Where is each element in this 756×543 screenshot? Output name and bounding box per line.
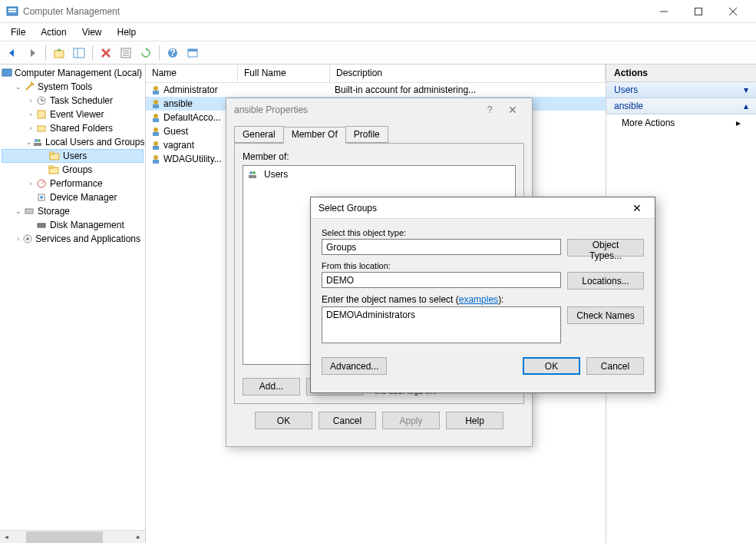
member-of-label: Member of: bbox=[243, 151, 516, 162]
show-hide-tree-button[interactable] bbox=[70, 44, 88, 62]
check-names-button[interactable]: Check Names bbox=[567, 306, 644, 324]
properties-button[interactable] bbox=[117, 44, 135, 62]
more-actions[interactable]: More Actions ▸ bbox=[606, 114, 756, 131]
window-title: Computer Management bbox=[23, 6, 646, 17]
tree-performance[interactable]: › Performance bbox=[2, 177, 144, 190]
props-ok-button[interactable]: OK bbox=[255, 412, 312, 429]
user-description: Built-in account for administering... bbox=[330, 84, 606, 95]
examples-link[interactable]: examples bbox=[459, 294, 498, 305]
svg-point-54 bbox=[253, 171, 256, 174]
props-close-button[interactable]: ✕ bbox=[501, 104, 524, 116]
svg-rect-44 bbox=[153, 104, 159, 108]
tree-groups[interactable]: Groups bbox=[2, 163, 144, 177]
svg-point-27 bbox=[38, 139, 41, 142]
menu-action[interactable]: Action bbox=[33, 25, 74, 40]
locations-button[interactable]: Locations... bbox=[567, 272, 644, 290]
collapse-icon[interactable]: ⌄ bbox=[26, 138, 32, 146]
expand-icon[interactable]: › bbox=[26, 124, 35, 132]
tree-scrollbar[interactable]: ◄ ► bbox=[0, 530, 145, 543]
location-input[interactable] bbox=[322, 272, 561, 288]
select-close-button[interactable]: ✕ bbox=[627, 202, 647, 214]
back-button[interactable] bbox=[3, 44, 21, 62]
actions-section-ansible[interactable]: ansible ▴ bbox=[606, 98, 756, 114]
user-row[interactable]: AdministratorBuilt-in account for admini… bbox=[146, 83, 606, 97]
chevron-up-icon: ▴ bbox=[744, 101, 748, 111]
svg-rect-38 bbox=[38, 223, 45, 227]
forward-button[interactable] bbox=[23, 44, 41, 62]
toolbar: ? bbox=[0, 41, 756, 65]
col-fullname[interactable]: Full Name bbox=[238, 65, 330, 82]
tree-device-manager[interactable]: Device Manager bbox=[2, 190, 144, 204]
tree-services-apps[interactable]: › Services and Applications bbox=[2, 232, 144, 246]
maximize-button[interactable] bbox=[681, 1, 715, 22]
collapse-icon[interactable]: ⌄ bbox=[14, 83, 23, 91]
export-button[interactable] bbox=[183, 44, 202, 62]
tree-panel: Computer Management (Local) ⌄ System Too… bbox=[0, 65, 146, 543]
tools-icon bbox=[23, 81, 35, 93]
col-description[interactable]: Description bbox=[330, 65, 606, 82]
svg-rect-42 bbox=[153, 91, 159, 94]
props-cancel-button[interactable]: Cancel bbox=[319, 412, 376, 429]
select-cancel-button[interactable]: Cancel bbox=[586, 357, 644, 375]
tree-root[interactable]: Computer Management (Local) bbox=[2, 66, 144, 80]
expand-icon[interactable]: › bbox=[14, 235, 22, 243]
svg-point-49 bbox=[154, 141, 158, 146]
menu-view[interactable]: View bbox=[74, 25, 110, 40]
svg-rect-46 bbox=[153, 118, 159, 122]
advanced-button[interactable]: Advanced... bbox=[322, 357, 387, 375]
svg-text:?: ? bbox=[170, 48, 175, 58]
event-icon bbox=[35, 108, 48, 121]
tab-general[interactable]: General bbox=[234, 126, 284, 143]
object-types-button[interactable]: Object Types... bbox=[567, 239, 644, 257]
props-help-button[interactable]: Help bbox=[446, 412, 503, 429]
svg-rect-24 bbox=[38, 111, 45, 118]
menu-file[interactable]: File bbox=[3, 25, 33, 40]
menubar: File Action View Help bbox=[0, 23, 756, 41]
svg-point-36 bbox=[40, 196, 43, 199]
member-item-users[interactable]: Users bbox=[245, 167, 513, 181]
props-apply-button[interactable]: Apply bbox=[382, 412, 440, 429]
titlebar: Computer Management bbox=[0, 0, 756, 23]
col-name[interactable]: Name bbox=[146, 65, 238, 82]
tree-event-viewer[interactable]: › Event Viewer bbox=[2, 108, 144, 121]
folder-icon bbox=[48, 164, 60, 176]
tab-profile[interactable]: Profile bbox=[345, 126, 388, 143]
collapse-icon[interactable]: ⌄ bbox=[14, 207, 23, 215]
location-label: From this location: bbox=[322, 261, 644, 270]
help-button[interactable]: ? bbox=[163, 44, 182, 62]
object-names-input[interactable]: DEMO\Administrators bbox=[322, 306, 561, 343]
refresh-button[interactable] bbox=[137, 44, 155, 62]
expand-icon[interactable]: › bbox=[26, 97, 35, 104]
expand-icon[interactable]: › bbox=[26, 180, 35, 187]
tree-storage[interactable]: ⌄ Storage bbox=[2, 204, 144, 218]
select-ok-button[interactable]: OK bbox=[523, 357, 580, 375]
tree-system-tools[interactable]: ⌄ System Tools bbox=[2, 80, 144, 94]
svg-point-47 bbox=[154, 127, 158, 132]
disk-icon bbox=[35, 219, 48, 231]
svg-rect-2 bbox=[8, 11, 16, 12]
user-icon bbox=[150, 112, 161, 123]
tree-users[interactable]: Users bbox=[2, 149, 144, 163]
props-help-button[interactable]: ? bbox=[478, 104, 501, 115]
svg-rect-52 bbox=[153, 160, 159, 164]
svg-rect-50 bbox=[153, 146, 159, 150]
svg-rect-37 bbox=[25, 209, 33, 214]
delete-button[interactable] bbox=[97, 44, 115, 62]
tab-member-of[interactable]: Member Of bbox=[283, 127, 346, 144]
group-icon bbox=[246, 168, 259, 180]
user-name: DefaultAcco... bbox=[163, 112, 221, 123]
performance-icon bbox=[35, 177, 48, 190]
add-button[interactable]: Add... bbox=[243, 378, 300, 396]
tree-task-scheduler[interactable]: › Task Scheduler bbox=[2, 94, 144, 108]
tree-local-users-groups[interactable]: ⌄ Local Users and Groups bbox=[2, 135, 144, 149]
object-type-input[interactable] bbox=[322, 239, 561, 255]
actions-header: Actions bbox=[606, 65, 756, 82]
menu-help[interactable]: Help bbox=[110, 25, 144, 40]
tree-shared-folders[interactable]: › Shared Folders bbox=[2, 121, 144, 135]
close-button[interactable] bbox=[715, 1, 750, 22]
up-button[interactable] bbox=[50, 44, 68, 62]
actions-section-users[interactable]: Users ▾ bbox=[606, 82, 756, 98]
minimize-button[interactable] bbox=[646, 1, 681, 22]
expand-icon[interactable]: › bbox=[26, 111, 35, 118]
tree-disk-management[interactable]: Disk Management bbox=[2, 218, 144, 232]
